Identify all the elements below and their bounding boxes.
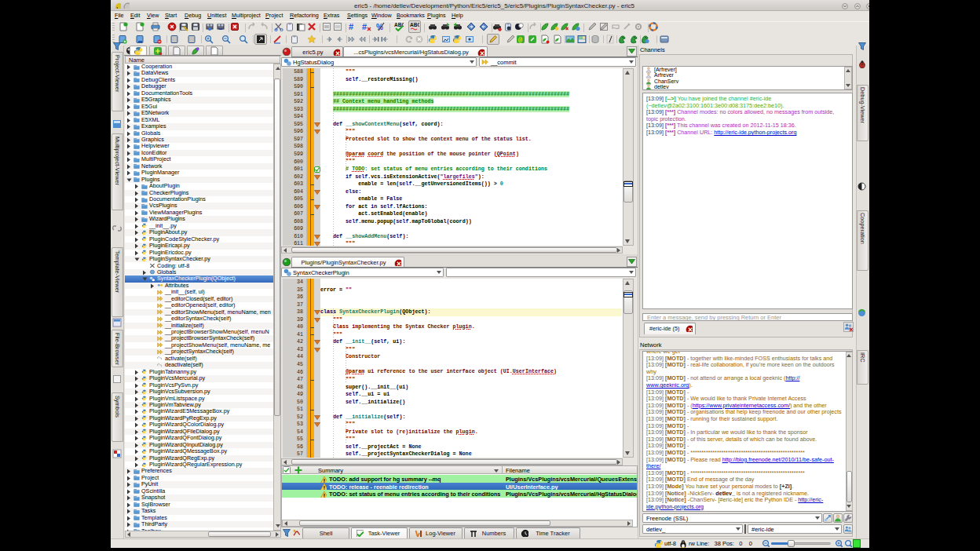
svg-text:%: % <box>376 23 383 31</box>
svg-text:#: # <box>349 22 353 31</box>
svg-text:@: @ <box>518 36 522 43</box>
svg-text:#: # <box>362 22 367 31</box>
svg-text:ABC: ABC <box>410 22 419 27</box>
